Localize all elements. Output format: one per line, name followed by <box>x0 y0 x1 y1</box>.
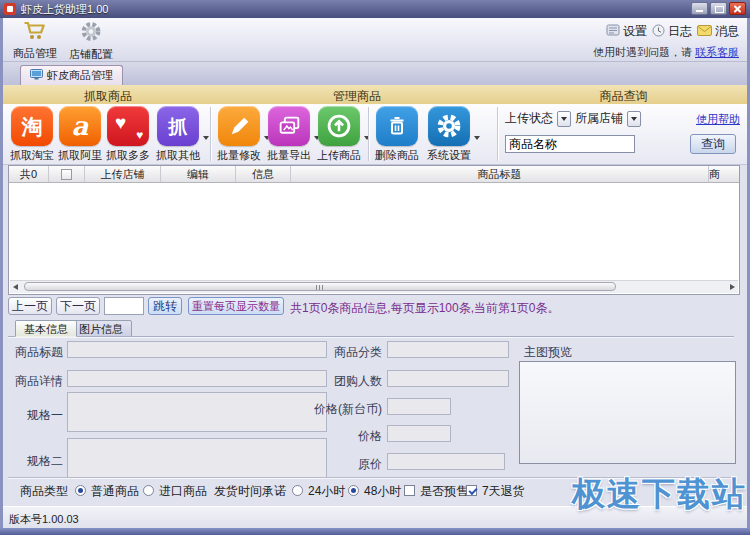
shop-config-label: 店铺配置 <box>63 47 119 62</box>
system-settings-button[interactable]: 系统设置 <box>426 106 472 163</box>
radio-48h[interactable] <box>348 485 359 496</box>
system-gear-icon <box>428 106 470 146</box>
pagination-bar: 上一页 下一页 跳转 重置每页显示数量 共1页0条商品信息,每页显示100条,当… <box>8 297 742 317</box>
contact-support-link[interactable]: 联系客服 <box>695 46 739 58</box>
count-header[interactable]: 共0 <box>9 166 49 182</box>
table-header-row: 共0 上传店铺 编辑 信息 商品标题 商 <box>9 166 739 183</box>
return7-label: 7天退货 <box>482 483 525 500</box>
maximize-button[interactable] <box>710 2 727 15</box>
trash-icon <box>376 106 418 146</box>
group-count-label: 团购人数 <box>302 373 382 390</box>
col-product-title[interactable]: 商品标题 <box>291 166 709 182</box>
app-window: 虾皮上货助理1.00 商品管理 店铺配置 设置 <box>0 0 750 535</box>
watermark-text: 极速下载站 <box>572 472 747 517</box>
pagination-info: 共1页0条商品信息,每页显示100条,当前第1页0条。 <box>290 300 559 317</box>
gear-icon <box>79 32 103 46</box>
tab-strip: 虾皮商品管理 <box>3 62 747 85</box>
taobao-icon: 淘 <box>11 106 53 146</box>
delivery-label: 发货时间承诺 <box>214 483 286 500</box>
system-settings-dropdown-arrow[interactable] <box>474 136 480 140</box>
product-title-input[interactable] <box>67 341 327 358</box>
delivery-24-label: 24小时 <box>308 483 345 500</box>
price-twd-label: 价格(新台币) <box>302 401 382 418</box>
radio-normal-product[interactable] <box>75 485 86 496</box>
scroll-left-arrow[interactable] <box>10 281 22 292</box>
upload-status-dropdown[interactable] <box>557 111 571 127</box>
usage-help-link[interactable]: 使用帮助 <box>696 112 740 127</box>
return7-checkbox[interactable] <box>466 485 477 496</box>
grab-pinduoduo-button[interactable]: ♥♥ 抓取多多 <box>105 106 151 163</box>
main-image-preview-box <box>519 361 736 464</box>
horizontal-scrollbar[interactable] <box>10 280 738 293</box>
product-detail-input[interactable] <box>67 370 327 387</box>
ribbon-separator <box>368 107 369 161</box>
price-input[interactable] <box>387 425 451 442</box>
reset-page-size-button[interactable]: 重置每页显示数量 <box>188 297 284 315</box>
product-title-label: 商品标题 <box>15 344 63 361</box>
scroll-right-arrow[interactable] <box>726 281 738 292</box>
product-name-input[interactable] <box>505 135 635 153</box>
select-all-header[interactable] <box>49 166 85 182</box>
pinduoduo-hearts-icon: ♥♥ <box>107 106 149 146</box>
scrollbar-thumb[interactable] <box>24 282 616 291</box>
upload-product-dropdown-arrow[interactable] <box>364 136 370 140</box>
spec1-textarea[interactable] <box>67 392 327 432</box>
col-info[interactable]: 信息 <box>236 166 291 182</box>
mail-icon <box>697 25 712 39</box>
upload-arrow-icon <box>318 106 360 146</box>
minimize-button[interactable] <box>691 2 708 15</box>
batch-modify-button[interactable]: 批量修改 <box>216 106 262 163</box>
radio-import-product[interactable] <box>143 485 154 496</box>
group-count-input[interactable] <box>387 370 509 387</box>
shop-config-button[interactable]: 店铺配置 <box>63 20 119 60</box>
delete-product-button[interactable]: 删除商品 <box>374 106 420 163</box>
spec2-label: 规格二 <box>15 453 63 470</box>
grab-other-dropdown-arrow[interactable] <box>203 136 209 140</box>
settings-menu-button[interactable]: 设置 <box>606 23 647 40</box>
product-manage-label: 商品管理 <box>7 46 63 61</box>
col-upload-shop[interactable]: 上传店铺 <box>85 166 161 182</box>
prev-page-button[interactable]: 上一页 <box>8 297 52 315</box>
select-all-checkbox[interactable] <box>61 169 72 180</box>
col-truncated[interactable]: 商 <box>709 166 739 182</box>
version-text: 版本号1.00.03 <box>9 512 79 527</box>
app-icon <box>4 3 16 15</box>
batch-export-button[interactable]: 批量导出 <box>266 106 312 163</box>
tab-basic-info[interactable]: 基本信息 <box>15 320 77 337</box>
grab-alibaba-button[interactable]: a 抓取阿里 <box>57 106 103 163</box>
group-title-manage: 管理商品 <box>213 88 501 105</box>
category-input[interactable] <box>387 341 509 358</box>
next-page-button[interactable]: 下一页 <box>56 297 100 315</box>
col-edit[interactable]: 编辑 <box>161 166 236 182</box>
grab-other-button[interactable]: 抓 抓取其他 <box>155 106 201 163</box>
price-twd-input[interactable] <box>387 398 451 415</box>
ribbon-separator <box>497 107 498 161</box>
title-bar: 虾皮上货助理1.00 <box>0 0 750 18</box>
upload-product-button[interactable]: 上传商品 <box>316 106 362 163</box>
import-product-label: 进口商品 <box>159 483 207 500</box>
search-button[interactable]: 查询 <box>690 134 736 154</box>
settings-label: 设置 <box>623 23 647 40</box>
message-menu-button[interactable]: 消息 <box>697 23 739 40</box>
tab-shopee-product-manage[interactable]: 虾皮商品管理 <box>20 65 123 85</box>
monitor-icon <box>30 69 43 82</box>
main-tab-label: 虾皮商品管理 <box>47 68 113 83</box>
page-jump-input[interactable] <box>104 297 144 315</box>
grab-taobao-button[interactable]: 淘 抓取淘宝 <box>9 106 55 163</box>
jump-button[interactable]: 跳转 <box>148 297 182 315</box>
log-menu-button[interactable]: 日志 <box>652 23 692 40</box>
presale-checkbox[interactable] <box>404 485 415 496</box>
category-label: 商品分类 <box>302 344 382 361</box>
window-frame-bottom <box>0 528 750 535</box>
shop-dropdown[interactable] <box>627 111 641 127</box>
shop-label: 所属店铺 <box>575 110 623 127</box>
grab-icon: 抓 <box>157 106 199 146</box>
product-manage-button[interactable]: 商品管理 <box>7 20 63 60</box>
radio-24h[interactable] <box>292 485 303 496</box>
settings-panel-icon <box>606 24 620 39</box>
close-button[interactable] <box>729 2 746 15</box>
tab-image-info[interactable]: 图片信息 <box>70 320 132 337</box>
orig-price-input[interactable] <box>387 453 505 470</box>
clock-icon <box>652 24 665 40</box>
spec2-textarea[interactable] <box>67 438 327 478</box>
